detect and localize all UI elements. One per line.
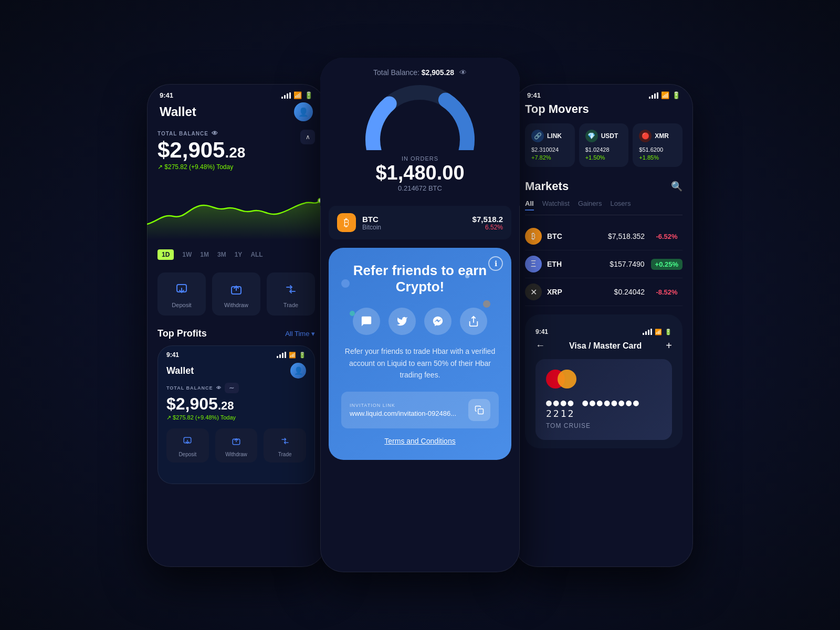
visibility-icon[interactable]: 👁 [459, 68, 467, 77]
filter-3m[interactable]: 3M [217, 251, 226, 258]
svg-rect-9 [478, 408, 484, 414]
avatar: 👤 [294, 102, 313, 121]
markets-tabs: All Watchlist Gainers Losers [525, 200, 682, 215]
tab-gainers[interactable]: Gainers [578, 200, 602, 211]
balance-section: TOTAL BALANCE 👁 $2,905.28 ↗ $275.82 (+9.… [158, 130, 315, 171]
nested-trade-label: Trade [278, 452, 292, 457]
btc-market-icon: ₿ [525, 228, 542, 245]
wallet-header: Wallet 👤 [158, 102, 315, 121]
right-phone-content: Top Movers 🔗 LINK $2.310024 +7.82% 💎 USD… [514, 102, 693, 459]
card-battery: 🔋 [665, 329, 672, 335]
deposit-button[interactable]: Deposit [158, 272, 206, 316]
filter-1m[interactable]: 1M [200, 251, 209, 258]
wifi-icon: 📶 [293, 91, 302, 99]
mastercard-orange-circle [558, 370, 576, 388]
nested-action-buttons: Deposit Withdraw [166, 428, 306, 463]
mover-xmr[interactable]: 🔴 XMR $51.6200 +1.85% [633, 123, 682, 167]
nested-signal [277, 352, 286, 358]
tab-losers[interactable]: Losers [610, 200, 631, 211]
nested-status-icons: 📶 🔋 [277, 352, 306, 359]
btc-name: BTC [362, 215, 466, 224]
usdt-change: +1.50% [585, 154, 623, 161]
trade-button[interactable]: Trade [267, 272, 315, 316]
eye-icon[interactable]: 👁 [212, 130, 218, 137]
invitation-link-text: www.liquid.com/invitation-092486... [350, 410, 464, 417]
wallet-title: Wallet [160, 104, 196, 119]
referral-desc: Refer your friends to trade Hbar with a … [341, 345, 499, 381]
nested-deposit[interactable]: Deposit [166, 428, 209, 463]
back-button[interactable]: ← [536, 340, 545, 351]
left-phone-content: Wallet 👤 TOTAL BALANCE 👁 $2,905.28 ↗ $27… [147, 102, 326, 495]
nested-balance: $2,905.28 [166, 395, 306, 412]
in-orders-amount: $1,480.00 [375, 162, 464, 184]
eth-market-icon: Ξ [525, 256, 542, 272]
collapse-button[interactable]: ∧ [300, 130, 315, 144]
info-button[interactable]: ℹ [488, 256, 503, 271]
withdraw-icon [227, 280, 246, 299]
usdt-price: $1.02428 [585, 146, 623, 153]
scene: 9:41 📶 🔋 Wallet 👤 [0, 0, 840, 630]
right-status-bar: 9:41 📶 🔋 [514, 84, 693, 102]
xmr-icon: 🔴 [639, 130, 652, 142]
center-top-bar: Total Balance: $2,905.28 👁 [320, 58, 520, 82]
invitation-text: INVITATION LINK www.liquid.com/invitatio… [350, 403, 464, 417]
link-price: $2.310024 [531, 146, 569, 153]
usdt-icon: 💎 [585, 130, 598, 142]
chat-share-button[interactable] [353, 308, 380, 335]
btc-market-change: -6.52% [651, 230, 682, 243]
xrp-market-icon: ✕ [525, 284, 542, 300]
tab-all[interactable]: All [525, 200, 534, 211]
card-status-icons: 📶 🔋 [643, 329, 672, 335]
card-holder: TOM CRUISE [546, 422, 662, 429]
add-card-button[interactable]: + [666, 340, 672, 352]
upload-share-button[interactable] [460, 308, 487, 335]
mover-usdt[interactable]: 💎 USDT $1.02428 +1.50% [579, 123, 629, 167]
terms-link[interactable]: Terms and Conditions [341, 437, 499, 445]
card-status-bar: 9:41 📶 🔋 [536, 323, 672, 340]
left-status-time: 9:41 [160, 91, 173, 99]
mover-link[interactable]: 🔗 LINK $2.310024 +7.82% [525, 123, 575, 167]
btc-icon: ₿ [337, 213, 356, 232]
nested-phone: 9:41 📶 🔋 Wallet 👤 [158, 345, 315, 484]
nested-trade[interactable]: Trade [264, 428, 306, 463]
link-icon-row: 🔗 LINK [531, 130, 569, 142]
nested-status-bar: 9:41 📶 🔋 [158, 346, 314, 361]
search-icon[interactable]: 🔍 [671, 181, 682, 192]
card-number: ●●●● ●●●●●●●● 2212 [546, 397, 662, 419]
nested-withdraw-label: Withdraw [225, 452, 247, 457]
copy-button[interactable] [468, 399, 490, 421]
signal-icon [281, 92, 291, 99]
messenger-share-button[interactable] [424, 308, 452, 335]
market-row-btc[interactable]: ₿ BTC $7,518.352 -6.52% [525, 223, 682, 250]
btc-row[interactable]: ₿ BTC Bitcoin $7,518.2 6.52% [329, 206, 511, 239]
in-orders-label: IN ORDERS [402, 155, 438, 162]
btc-fullname: Bitcoin [362, 224, 466, 231]
link-name: LINK [547, 132, 562, 140]
filter-all[interactable]: ALL [250, 251, 262, 258]
filter-1d[interactable]: 1D [158, 249, 174, 260]
twitter-share-button[interactable] [388, 308, 416, 335]
right-battery: 🔋 [672, 91, 680, 99]
filter-1w[interactable]: 1W [182, 251, 192, 258]
deposit-label: Deposit [172, 302, 191, 308]
btc-price: $7,518.2 [472, 215, 503, 224]
nested-collapse[interactable]: ∼ [225, 383, 239, 393]
center-phone: Total Balance: $2,905.28 👁 IN ORDERS $1,… [320, 58, 520, 572]
time-filters: 1D 1W 1M 3M 1Y ALL [158, 245, 315, 264]
top-profits-title: Top Profits [158, 328, 207, 339]
nested-battery: 🔋 [299, 352, 306, 359]
referral-card: ℹ Refer friends to earn Crypto! [329, 248, 511, 460]
nested-phone-content: TOTAL BALANCE 👁 ∼ $2,905.28 ↗ $275.82 (+… [158, 383, 314, 484]
price-chart [147, 177, 326, 240]
withdraw-button[interactable]: Withdraw [212, 272, 260, 316]
nested-balance-change: ↗ $275.82 (+9.48%) Today [166, 414, 306, 421]
market-row-eth[interactable]: Ξ ETH $157.7490 +0.25% [525, 250, 682, 278]
nested-time: 9:41 [166, 351, 179, 359]
tab-watchlist[interactable]: Watchlist [542, 200, 570, 211]
filter-1y[interactable]: 1Y [235, 251, 243, 258]
top-profits-link[interactable]: All Time ▾ [285, 330, 315, 338]
credit-card: ●●●● ●●●●●●●● 2212 TOM CRUISE [536, 359, 672, 440]
nested-deposit-icon [180, 434, 195, 448]
nested-withdraw[interactable]: Withdraw [215, 428, 258, 463]
market-row-xrp[interactable]: ✕ XRP $0.24042 -8.52% [525, 278, 682, 306]
